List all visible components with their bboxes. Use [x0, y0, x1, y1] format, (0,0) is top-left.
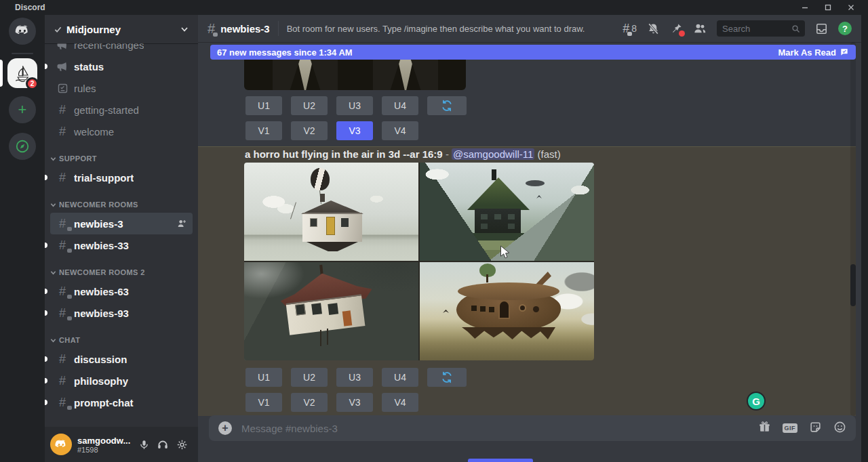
- member-list-button[interactable]: [693, 22, 707, 35]
- sidebar-item-newbies-63[interactable]: # newbies-63: [50, 280, 193, 302]
- u2-button[interactable]: U2: [291, 96, 328, 115]
- header-divider: [278, 21, 279, 36]
- refresh-icon: [441, 371, 453, 383]
- home-button[interactable]: [9, 18, 36, 45]
- v1-button[interactable]: V1: [245, 121, 282, 140]
- hash-chat-icon: #: [56, 239, 69, 251]
- sticker-button[interactable]: [809, 421, 822, 436]
- megaphone-icon: [56, 60, 69, 72]
- deafen-button[interactable]: [153, 435, 172, 454]
- server-header[interactable]: Midjourney: [45, 15, 198, 43]
- gif-button[interactable]: GIF: [783, 423, 798, 433]
- mark-as-read-button[interactable]: Mark As Read: [778, 47, 850, 58]
- create-invite-icon[interactable]: [176, 218, 187, 229]
- v3-button-active[interactable]: V3: [336, 121, 373, 140]
- sidebar-item-newbies-3[interactable]: # newbies-3: [50, 213, 193, 234]
- unread-pill: [45, 378, 47, 383]
- u1-button[interactable]: U1: [245, 368, 282, 387]
- chevron-down-icon: [50, 270, 56, 276]
- unread-pill: [45, 356, 47, 362]
- grammarly-widget[interactable]: G: [747, 392, 766, 411]
- v3-button[interactable]: V3: [336, 393, 373, 412]
- cursor-arrow-icon: [500, 245, 512, 260]
- chat-scrollbar[interactable]: [850, 42, 856, 416]
- user-mention[interactable]: @samgoodwill-11: [452, 148, 534, 160]
- gift-button[interactable]: [758, 421, 771, 436]
- channel-sidebar: recent-changes status rules # getting-st…: [45, 15, 198, 462]
- sidebar-item-welcome[interactable]: # welcome: [50, 121, 193, 142]
- mic-button[interactable]: [134, 435, 153, 454]
- sidebar-item-status[interactable]: status: [50, 56, 193, 77]
- help-button[interactable]: ?: [838, 22, 852, 35]
- art-tree-trunk: [486, 274, 488, 282]
- settings-button[interactable]: [172, 435, 191, 454]
- add-server-button[interactable]: +: [9, 96, 36, 123]
- sidebar-item-trial-support[interactable]: # trial-support: [50, 167, 193, 188]
- grid-image-bottom-left[interactable]: [244, 262, 418, 360]
- category-support[interactable]: SUPPORT: [45, 150, 198, 167]
- message-input[interactable]: [241, 423, 758, 434]
- u4-button[interactable]: U4: [382, 368, 418, 387]
- channel-label: getting-started: [74, 104, 139, 116]
- v2-button[interactable]: V2: [291, 393, 328, 412]
- u3-button[interactable]: U3: [336, 96, 373, 115]
- banner-text: 67 new messages since 1:34 AM: [217, 47, 778, 58]
- category-chat[interactable]: CHAT: [45, 332, 198, 348]
- hash-chat-icon: #: [56, 285, 69, 297]
- user-meta[interactable]: samgoodw... #1598: [77, 436, 134, 454]
- category-newcomer-rooms[interactable]: NEWCOMER ROOMS: [45, 196, 198, 213]
- channel-label: prompt-chat: [74, 397, 134, 408]
- window-title: Discord: [15, 3, 45, 12]
- sidebar-item-newbies-93[interactable]: # newbies-93: [50, 302, 193, 324]
- threads-button[interactable]: # 8: [623, 22, 637, 35]
- background-window-sliver: [468, 459, 533, 462]
- v4-button[interactable]: V4: [382, 121, 418, 140]
- category-newcomer-rooms-2[interactable]: NEWCOMER ROOMS 2: [45, 264, 198, 280]
- server-mention-badge: 2: [26, 77, 39, 90]
- message-composer[interactable]: + GIF: [209, 415, 856, 441]
- main-content: # newbies-3 Bot room for new users. Type…: [198, 15, 868, 462]
- hash-icon: #: [56, 375, 69, 387]
- message-check-icon: [840, 47, 849, 57]
- sidebar-item-getting-started[interactable]: # getting-started: [50, 99, 193, 121]
- channel-topic[interactable]: Bot room for new users. Type /imagine th…: [287, 24, 585, 34]
- u1-button[interactable]: U1: [245, 96, 282, 115]
- art-ship-roof: [458, 282, 559, 300]
- pinned-messages-button[interactable]: [670, 22, 683, 35]
- grid-image-bottom-right[interactable]: [420, 262, 594, 360]
- minimize-button[interactable]: [793, 0, 816, 15]
- art-ufo: [526, 180, 545, 186]
- sidebar-item-philosophy[interactable]: # philosophy: [50, 370, 193, 392]
- sidebar-item-discussion[interactable]: # discussion: [50, 348, 193, 370]
- reroll-button[interactable]: [427, 96, 467, 115]
- explore-servers-button[interactable]: [9, 133, 36, 160]
- chevron-down-icon: [50, 337, 56, 343]
- sidebar-item-newbies-33[interactable]: # newbies-33: [50, 234, 193, 256]
- chat-bubble-mark: [213, 33, 218, 37]
- u3-button[interactable]: U3: [336, 368, 373, 387]
- search-input[interactable]: Search: [717, 20, 805, 37]
- close-button[interactable]: [840, 0, 863, 15]
- notifications-button[interactable]: [647, 22, 660, 35]
- unread-pill: [45, 289, 47, 294]
- grid-image-top-left[interactable]: [244, 163, 418, 261]
- header-toolbar: # 8 Search: [623, 20, 852, 37]
- emoji-button[interactable]: [833, 421, 846, 436]
- scrollbar-thumb[interactable]: [850, 264, 856, 306]
- unread-pill: [45, 64, 47, 69]
- hash-chat-icon: #: [56, 396, 69, 408]
- u2-button[interactable]: U2: [291, 368, 328, 387]
- reroll-button[interactable]: [427, 368, 467, 387]
- sidebar-item-prompt-chat[interactable]: # prompt-chat: [50, 392, 193, 413]
- user-avatar[interactable]: [50, 434, 72, 455]
- v1-button[interactable]: V1: [245, 393, 282, 412]
- inbox-button[interactable]: [815, 22, 828, 35]
- chat-bubble-mark: [67, 316, 72, 320]
- u4-button[interactable]: U4: [382, 96, 418, 115]
- v4-button[interactable]: V4: [382, 393, 418, 412]
- previous-message-image[interactable]: [244, 60, 466, 90]
- maximize-button[interactable]: [816, 0, 840, 15]
- sidebar-item-rules[interactable]: rules: [50, 77, 193, 99]
- attach-plus-icon[interactable]: +: [218, 421, 232, 435]
- v2-button[interactable]: V2: [291, 121, 328, 140]
